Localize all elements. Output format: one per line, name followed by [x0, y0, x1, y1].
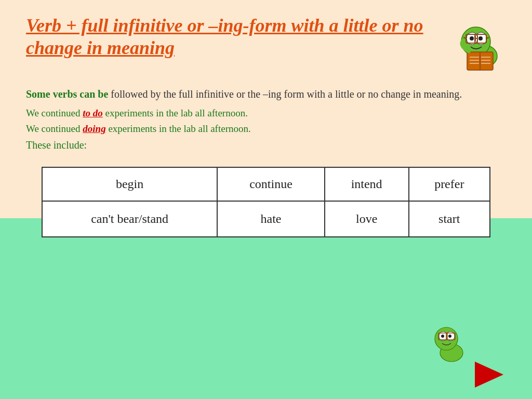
example2-line: We continued doing experiments in the la… — [26, 121, 506, 137]
next-arrow-button[interactable] — [475, 362, 511, 388]
these-include-label: These include: — [26, 139, 506, 151]
cell-prefer: prefer — [409, 167, 490, 201]
example2-prefix: We continued — [26, 123, 83, 134]
table-row-1: begin continue intend prefer — [42, 167, 490, 201]
cell-begin: begin — [42, 167, 217, 201]
cell-hate: hate — [217, 201, 324, 237]
intro-text: followed by the full infinitive or the –… — [108, 88, 462, 100]
bookworm-illustration — [444, 15, 506, 77]
right-arrow-icon — [475, 362, 503, 388]
svg-point-9 — [470, 36, 474, 41]
header-area: Verb + full infinitive or –ing-form with… — [26, 15, 506, 77]
slide: Verb + full infinitive or –ing-form with… — [0, 0, 532, 399]
cell-intend: intend — [325, 167, 409, 201]
svg-point-26 — [441, 335, 444, 338]
intro-bold: Some verbs can be — [26, 88, 108, 100]
cell-continue: continue — [217, 167, 324, 201]
svg-point-10 — [478, 36, 483, 41]
example1-line: We continued to do experiments in the la… — [26, 105, 506, 121]
table-row-2: can't bear/stand hate love start — [42, 201, 490, 237]
bookworm-bottom — [423, 319, 470, 368]
cell-start: start — [409, 201, 490, 237]
example2-suffix: experiments in the lab all afternoon. — [106, 123, 251, 134]
svg-point-27 — [448, 335, 451, 338]
table-section: begin continue intend prefer can't bear/… — [26, 167, 506, 237]
example2-highlight: doing — [83, 123, 105, 134]
main-title: Verb + full infinitive or –ing-form with… — [26, 15, 431, 59]
example1-suffix: experiments in the lab all afternoon. — [103, 108, 248, 118]
verb-table: begin continue intend prefer can't bear/… — [42, 167, 490, 237]
body-intro: Some verbs can be followed by the full i… — [26, 86, 506, 102]
cell-cant-bear: can't bear/stand — [42, 201, 217, 237]
example1-highlight: to do — [83, 108, 103, 118]
example1-prefix: We continued — [26, 108, 83, 118]
cell-love: love — [325, 201, 409, 237]
